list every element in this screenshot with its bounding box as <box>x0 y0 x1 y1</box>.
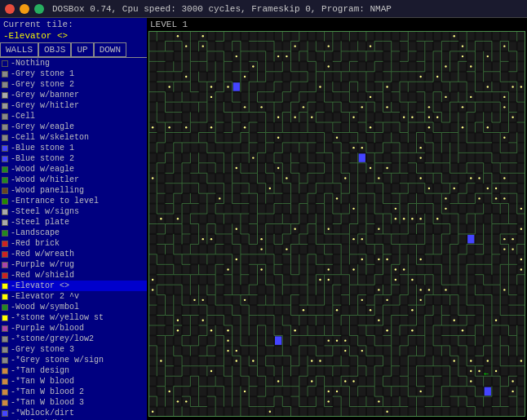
tile-label: -Red brick <box>11 238 60 249</box>
tile-item[interactable]: -Grey stone 2 <box>0 79 147 90</box>
current-tile-label: Current tile: <box>0 18 147 31</box>
tile-color-swatch <box>2 230 8 237</box>
tile-label: -Wood w/eagle <box>11 164 74 175</box>
tile-item[interactable]: -*Tan W blood <box>0 376 147 387</box>
tile-label: -Blue stone 2 <box>11 153 74 164</box>
tab-bar: WALLS OBJS UP DOWN <box>0 42 147 58</box>
tile-label: -Grey w/banner <box>11 90 79 100</box>
tile-color-swatch <box>2 188 8 194</box>
tile-item[interactable]: -Nothing <box>0 58 147 69</box>
tile-color-swatch <box>2 241 8 247</box>
tile-label: -*Tan W blood 2 <box>11 387 84 397</box>
tile-item[interactable]: -*Tan W blood 2 <box>0 387 147 397</box>
tile-label: -Elevator <> <box>11 281 69 291</box>
tile-color-swatch <box>2 357 8 364</box>
tile-item[interactable]: -Wood panelling <box>0 185 147 196</box>
tab-up[interactable]: UP <box>71 42 93 57</box>
tile-item[interactable]: -Elevator 2 ^v <box>0 291 147 302</box>
tile-item[interactable]: -Wood w/symbol <box>0 302 147 312</box>
tile-color-swatch <box>2 145 8 152</box>
tile-item[interactable]: -Wood w/hitler <box>0 175 147 185</box>
minimize-button[interactable] <box>20 4 29 14</box>
tile-item[interactable]: -Cell w/skeleton <box>0 132 147 143</box>
tile-item[interactable]: -Red w/shield <box>0 270 147 281</box>
tile-color-swatch <box>2 209 8 215</box>
tile-item[interactable]: -Blue stone 1 <box>0 143 147 153</box>
tile-color-swatch <box>2 400 8 406</box>
tile-label: -Elevator 2 ^v <box>11 291 79 302</box>
tile-label: -*Tan W blood <box>11 376 74 387</box>
tile-label: -Steel w/signs <box>11 206 79 217</box>
tile-label: -Purple w/blood <box>11 323 84 334</box>
tile-item[interactable]: -Landscape <box>0 228 147 238</box>
tile-color-swatch <box>2 166 8 173</box>
tile-color-swatch <box>2 113 8 120</box>
tile-label: -Landscape <box>11 228 60 238</box>
tile-label: -Wood w/symbol <box>11 302 79 312</box>
tile-item[interactable]: -Red brick <box>0 238 147 249</box>
tile-label: -Red w/wreath <box>11 249 74 259</box>
tile-color-swatch <box>2 378 8 385</box>
tile-color-swatch <box>2 198 8 205</box>
tile-item[interactable]: -*Grey stone w/sign <box>0 355 147 365</box>
tile-label: -Wood panelling <box>11 185 84 196</box>
tile-list[interactable]: -Nothing-Grey stone 1-Grey stone 2-Grey … <box>0 58 147 420</box>
left-panel: Current tile: -Elevator <> WALLS OBJS UP… <box>0 18 147 420</box>
tile-color-swatch <box>2 251 8 258</box>
tile-label: -Blue stone 1 <box>11 143 74 153</box>
tile-label: -Grey stone 2 <box>11 79 74 90</box>
tile-label: -*Tan design <box>11 365 69 376</box>
tile-item[interactable]: -*Wblock/dirt <box>0 408 147 418</box>
tile-label: -*stone/grey/low2 <box>11 334 94 344</box>
tile-label: -Grey w/eagle <box>11 122 74 132</box>
tile-label: -*Wblock/dirt <box>11 408 74 418</box>
tile-item[interactable]: -Entrance to level <box>0 196 147 206</box>
tile-color-swatch <box>2 60 8 67</box>
tile-item[interactable]: -Blue stone 2 <box>0 153 147 164</box>
tile-label: -Red w/shield <box>11 270 74 281</box>
tile-color-swatch <box>2 219 8 226</box>
tile-item[interactable]: -Grey w/hitler <box>0 100 147 111</box>
tile-item[interactable]: -Elevator <> <box>0 281 147 291</box>
tab-down[interactable]: DOWN <box>94 42 126 57</box>
tile-item[interactable]: -Grey w/banner <box>0 90 147 100</box>
tile-item[interactable]: -Steel w/signs <box>0 206 147 217</box>
tile-item[interactable]: -Purple w/blood <box>0 323 147 334</box>
tile-color-swatch <box>2 71 8 77</box>
tile-item[interactable]: -Grey w/eagle <box>0 122 147 132</box>
tile-item[interactable]: -*stone/grey/low2 <box>0 334 147 344</box>
tile-color-swatch <box>2 262 8 268</box>
close-button[interactable] <box>5 4 15 14</box>
tile-color-swatch <box>2 389 8 396</box>
tab-objs[interactable]: OBJS <box>38 42 71 57</box>
tile-item[interactable]: -*Tan design <box>0 365 147 376</box>
tile-item[interactable]: -Cell <box>0 111 147 122</box>
tile-item[interactable]: -Steel plate <box>0 217 147 228</box>
maximize-button[interactable] <box>34 4 44 14</box>
tile-color-swatch <box>2 92 8 99</box>
window-title: DOSBox 0.74, Cpu speed: 3000 cycles, Fra… <box>52 4 392 14</box>
tile-color-swatch <box>2 82 8 88</box>
tile-item[interactable]: -*Tan W blood 3 <box>0 397 147 408</box>
tile-item[interactable]: -Grey stone 1 <box>0 69 147 79</box>
tile-item[interactable]: -Grey stone 3 <box>0 344 147 355</box>
tile-item[interactable]: -Purple w/rug <box>0 259 147 270</box>
tile-label: -Steel plate <box>11 217 69 228</box>
tile-color-swatch <box>2 336 8 343</box>
tile-color-swatch <box>2 135 8 141</box>
tab-walls[interactable]: WALLS <box>0 42 38 57</box>
main-layout: Current tile: -Elevator <> WALLS OBJS UP… <box>0 18 527 420</box>
tile-color-swatch <box>2 304 8 311</box>
tile-label: -*stone w/yellow st <box>11 312 104 323</box>
tile-label: -Cell <box>11 111 35 122</box>
tile-item[interactable]: -Red w/wreath <box>0 249 147 259</box>
tile-color-swatch <box>2 347 8 353</box>
tile-color-swatch <box>2 294 8 300</box>
tile-item[interactable]: -*stone w/yellow st <box>0 312 147 323</box>
tile-color-swatch <box>2 315 8 321</box>
tile-item[interactable]: -Wood w/eagle <box>0 164 147 175</box>
tile-label: -Wood w/hitler <box>11 175 79 185</box>
tile-color-swatch <box>2 272 8 279</box>
tile-label: -Nothing <box>11 58 50 69</box>
tile-color-swatch <box>2 156 8 162</box>
